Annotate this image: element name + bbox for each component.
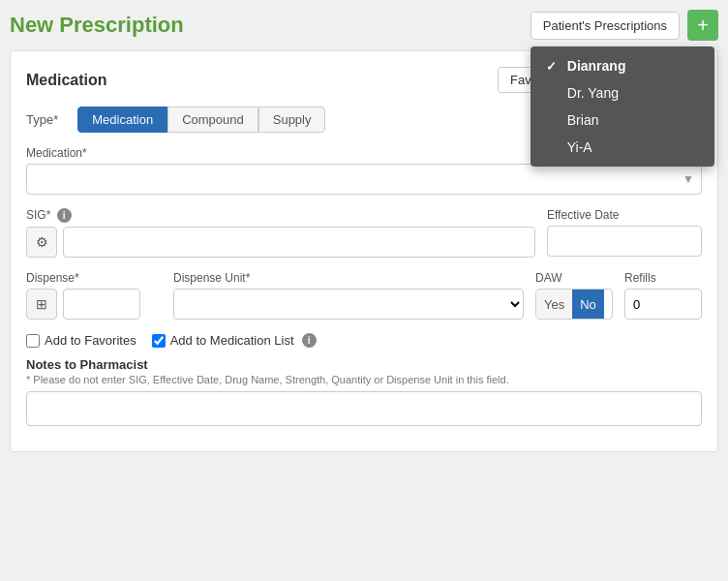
refills-label: Refills [624, 271, 702, 285]
daw-label: DAW [535, 271, 613, 285]
effective-date-input[interactable] [547, 226, 702, 257]
add-to-favorites-checkbox[interactable] [26, 334, 40, 348]
notes-label: Notes to Pharmacist [26, 357, 702, 372]
notes-section: Notes to Pharmacist * Please do not ente… [26, 357, 702, 426]
tab-supply[interactable]: Supply [258, 107, 326, 133]
dropdown-item-brian[interactable]: Brian [531, 107, 714, 134]
dispense-unit-select[interactable] [173, 289, 524, 320]
dispense-section: Dispense* ⊞ [26, 271, 162, 320]
medication-list-info-icon[interactable]: i [302, 333, 317, 348]
notes-input[interactable] [26, 391, 702, 426]
notes-sub-label: * Please do not enter SIG, Effective Dat… [26, 374, 702, 385]
dispense-input[interactable] [63, 289, 140, 320]
cursor: ☝ [724, 50, 728, 74]
add-to-medication-list-checkbox[interactable] [152, 334, 166, 348]
sig-label: SIG* [26, 208, 50, 222]
refills-input[interactable] [624, 289, 702, 320]
type-label: Type* [26, 112, 58, 127]
sig-input[interactable] [63, 227, 535, 258]
patient-prescriptions-button[interactable]: Patient's Prescriptions [531, 12, 680, 40]
dropdown-label: Dianrang [567, 58, 626, 74]
page-title: New Prescription [10, 13, 184, 38]
daw-yes-button[interactable]: Yes [536, 290, 572, 319]
daw-section: DAW Yes No [535, 271, 613, 320]
sig-gear-button[interactable]: ⚙ [26, 227, 57, 258]
dropdown-label: Brian [567, 112, 599, 128]
provider-dropdown[interactable]: ✓ Dianrang Dr. Yang Brian Yi-A [531, 46, 714, 167]
card-title: Medication [26, 72, 107, 89]
sig-info-icon[interactable]: i [57, 208, 72, 223]
daw-toggle: Yes No [535, 289, 613, 320]
add-to-medication-list-label[interactable]: Add to Medication List i [152, 333, 317, 348]
add-button[interactable]: + [687, 10, 718, 41]
medication-input[interactable] [26, 164, 702, 195]
effective-date-section: Effective Date [547, 208, 702, 258]
sig-section: SIG* i ⚙ [26, 208, 535, 258]
dropdown-item-dryang[interactable]: Dr. Yang [531, 79, 714, 107]
calculator-button[interactable]: ⊞ [26, 289, 57, 320]
add-to-medication-list-text: Add to Medication List [170, 333, 294, 348]
add-to-favorites-label[interactable]: Add to Favorites [26, 333, 136, 348]
dropdown-item-yia[interactable]: Yi-A [531, 134, 714, 161]
dispense-unit-label: Dispense Unit* [173, 271, 524, 285]
tab-compound[interactable]: Compound [167, 107, 258, 133]
type-tab-group: Medication Compound Supply [77, 107, 325, 133]
dropdown-item-dianrang[interactable]: ✓ Dianrang [531, 52, 714, 79]
effective-date-label: Effective Date [547, 208, 702, 222]
add-to-favorites-text: Add to Favorites [45, 333, 136, 348]
dropdown-label: Yi-A [567, 139, 592, 155]
refills-section: Refills [624, 271, 702, 320]
dropdown-label: Dr. Yang [567, 85, 619, 101]
dispense-label: Dispense* [26, 271, 162, 285]
tab-medication[interactable]: Medication [77, 107, 167, 133]
dispense-unit-section: Dispense Unit* [173, 271, 524, 320]
checkmark-icon: ✓ [546, 59, 560, 74]
daw-no-button[interactable]: No [572, 290, 604, 319]
